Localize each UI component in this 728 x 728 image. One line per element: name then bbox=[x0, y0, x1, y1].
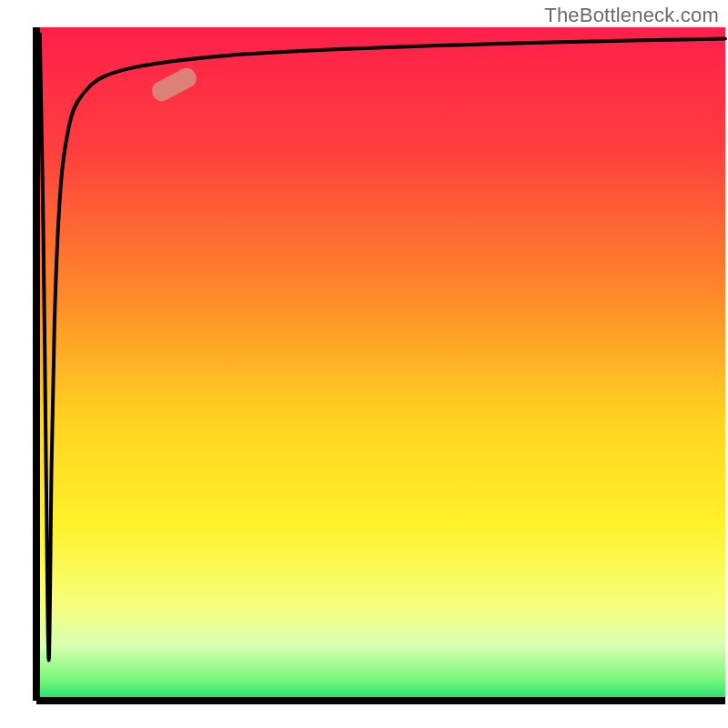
gradient-background bbox=[37, 27, 725, 699]
watermark-text: TheBottleneck.com bbox=[544, 4, 719, 27]
chart-svg bbox=[0, 0, 728, 728]
plot-area bbox=[36, 27, 725, 701]
chart-stage: TheBottleneck.com bbox=[0, 0, 728, 728]
